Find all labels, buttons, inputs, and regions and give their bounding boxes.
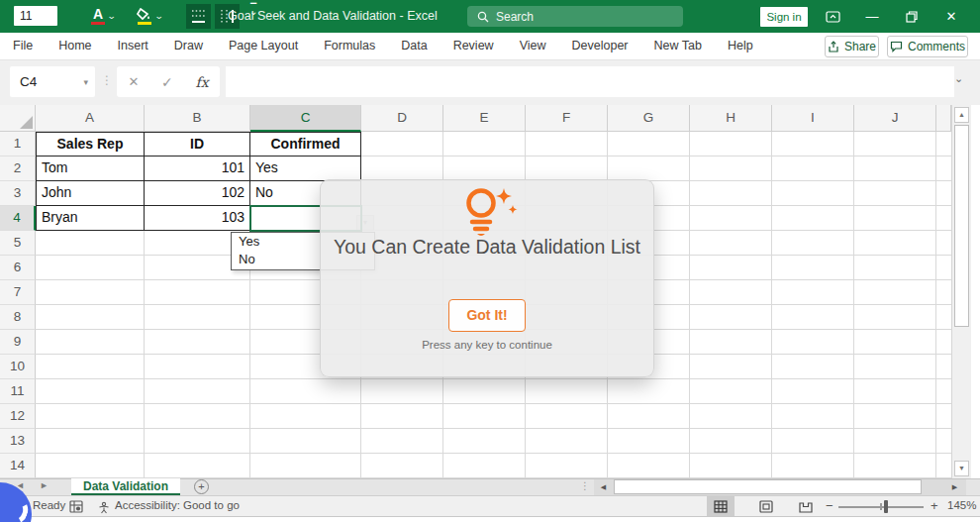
formula-input[interactable]	[226, 66, 954, 97]
ribbon-tab-insert[interactable]: Insert	[105, 33, 161, 59]
row-header-11[interactable]: 11	[0, 379, 36, 404]
row-header-13[interactable]: 13	[0, 429, 36, 454]
gridline-v	[771, 132, 772, 478]
row-header-14[interactable]: 14	[0, 454, 36, 478]
ribbon-tab-review[interactable]: Review	[441, 33, 507, 59]
scroll-left-icon[interactable]: ◀	[596, 479, 611, 494]
ribbon-tab-developer[interactable]: Developer	[559, 33, 641, 59]
share-button[interactable]: Share	[825, 36, 879, 57]
ribbon-display-options-button[interactable]	[818, 0, 847, 33]
scroll-down-icon[interactable]: ▼	[954, 461, 969, 476]
close-button[interactable]: ✕	[936, 0, 966, 33]
font-color-button[interactable]: A ⌄	[91, 5, 116, 27]
cell-C1[interactable]: Confirmed	[250, 132, 361, 157]
got-it-button[interactable]: Got It!	[448, 299, 526, 332]
row-header-1[interactable]: 1	[0, 132, 36, 157]
sheet-nav-right-icon[interactable]: ►	[40, 480, 49, 490]
gridline-h	[36, 403, 951, 404]
cell-B1[interactable]: ID	[145, 132, 250, 157]
row-header-7[interactable]: 7	[0, 280, 36, 305]
enter-icon[interactable]: ✓	[161, 74, 173, 90]
cancel-icon[interactable]: ✕	[128, 74, 139, 89]
cell-B4[interactable]: 103	[145, 206, 250, 231]
restore-icon	[906, 11, 918, 23]
row-header-5[interactable]: 5	[0, 231, 36, 256]
formula-bar-expand-icon[interactable]: ⌄	[954, 72, 963, 85]
scroll-up-icon[interactable]: ▲	[954, 107, 969, 123]
bottom-border-icon	[191, 9, 206, 24]
ribbon-tab-help[interactable]: Help	[715, 33, 766, 59]
add-sheet-button[interactable]: +	[194, 479, 209, 494]
column-header-h[interactable]: H	[690, 105, 772, 132]
ribbon-tab-draw[interactable]: Draw	[161, 33, 216, 59]
zoom-out-icon[interactable]: −	[826, 498, 833, 513]
cell-A1[interactable]: Sales Rep	[36, 132, 145, 157]
cell-A4[interactable]: Bryan	[36, 206, 145, 231]
zoom-slider-tick	[880, 503, 882, 510]
cell-C2[interactable]: Yes	[250, 157, 361, 181]
zoom-level[interactable]: 145%	[947, 499, 976, 511]
comments-button[interactable]: Comments	[887, 36, 968, 57]
bottom-border-button[interactable]	[186, 4, 211, 29]
column-header-a[interactable]: A	[36, 105, 145, 132]
fill-color-button[interactable]: ⌄	[137, 5, 163, 27]
row-header-6[interactable]: 6	[0, 256, 36, 280]
chevron-down-icon: ⌄	[107, 11, 117, 21]
vertical-scroll-thumb[interactable]	[954, 125, 969, 327]
column-headers: ABCDEFGHIJ	[36, 105, 951, 132]
scrollbar-splitter-icon[interactable]: ⋮	[580, 480, 590, 491]
ribbon-tab-formulas[interactable]: Formulas	[311, 33, 388, 59]
ribbon-tab-view[interactable]: View	[507, 33, 559, 59]
page-layout-view-button[interactable]	[752, 496, 780, 516]
ribbon-tab-home[interactable]: Home	[46, 33, 104, 59]
scroll-right-icon[interactable]: ▶	[947, 479, 962, 494]
zoom-in-icon[interactable]: +	[931, 498, 938, 513]
accessibility-icon[interactable]	[97, 500, 111, 518]
ribbon-tab-data[interactable]: Data	[388, 33, 440, 59]
sign-in-button[interactable]: Sign in	[760, 7, 808, 27]
restore-button[interactable]	[897, 0, 927, 33]
column-header-filler	[936, 105, 951, 132]
column-header-g[interactable]: G	[608, 105, 690, 132]
cell-B2[interactable]: 101	[145, 157, 250, 181]
column-header-f[interactable]: F	[526, 105, 608, 132]
cell-B3[interactable]: 102	[145, 181, 250, 206]
column-header-i[interactable]: I	[772, 105, 854, 132]
row-header-10[interactable]: 10	[0, 355, 36, 379]
column-header-c[interactable]: C	[250, 105, 361, 132]
search-box[interactable]: Search	[467, 6, 683, 27]
column-header-d[interactable]: D	[361, 105, 443, 132]
page-break-preview-button[interactable]	[792, 496, 820, 516]
cell-A2[interactable]: Tom	[36, 157, 145, 181]
minimize-button[interactable]: —	[857, 0, 887, 33]
row-header-12[interactable]: 12	[0, 404, 36, 429]
accessibility-status[interactable]: Accessibility: Good to go	[115, 499, 240, 511]
cell-A3[interactable]: John	[36, 181, 145, 206]
vertical-scrollbar[interactable]: ▲ ▼	[951, 105, 971, 478]
share-icon	[828, 41, 839, 52]
sheet-tab-active[interactable]: Data Validation	[71, 478, 180, 495]
row-header-8[interactable]: 8	[0, 305, 36, 330]
font-size-box[interactable]: 11	[14, 6, 57, 26]
row-header-9[interactable]: 9	[0, 330, 36, 355]
column-header-j[interactable]: J	[854, 105, 936, 132]
row-header-4[interactable]: 4	[0, 206, 36, 231]
insert-function-icon[interactable]: fx	[196, 74, 209, 90]
ready-status: Ready	[33, 499, 65, 511]
name-box-dropdown-icon[interactable]: ▾	[83, 77, 95, 87]
normal-view-button[interactable]	[707, 496, 735, 516]
macro-record-icon[interactable]	[69, 499, 83, 517]
row-header-2[interactable]: 2	[0, 157, 36, 181]
name-box-value: C4	[10, 74, 83, 89]
zoom-slider-thumb[interactable]	[884, 500, 888, 513]
row-header-3[interactable]: 3	[0, 181, 36, 206]
ribbon-tab-new-tab[interactable]: New Tab	[641, 33, 715, 59]
select-all-button[interactable]	[0, 105, 36, 132]
column-header-e[interactable]: E	[443, 105, 526, 132]
ribbon-tab-page-layout[interactable]: Page Layout	[216, 33, 311, 59]
drag-dots-icon[interactable]: ⋮	[101, 73, 113, 87]
horizontal-scroll-thumb[interactable]	[614, 479, 922, 494]
ribbon-tab-file[interactable]: File	[0, 33, 46, 59]
column-header-b[interactable]: B	[145, 105, 250, 132]
name-box[interactable]: C4 ▾	[10, 66, 95, 97]
